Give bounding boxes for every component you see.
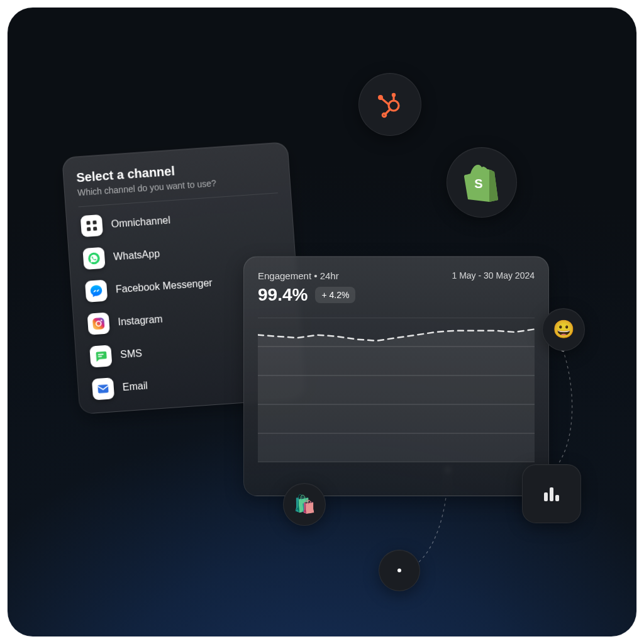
bar-chart-icon <box>539 481 564 506</box>
svg-point-25 <box>378 95 383 100</box>
hubspot-icon <box>375 89 405 119</box>
instagram-icon <box>87 312 110 335</box>
engagement-value: 99.4% <box>258 285 308 305</box>
shopping-bags-icon: 🛍️ <box>294 496 316 513</box>
channel-item-label: SMS <box>120 348 143 360</box>
smile-emoji: 😀 <box>553 321 575 338</box>
svg-point-24 <box>392 93 396 97</box>
svg-rect-4 <box>92 220 96 224</box>
svg-rect-30 <box>555 495 559 501</box>
whatsapp-icon <box>82 247 105 270</box>
svg-rect-3 <box>86 221 90 225</box>
channel-item-label: Email <box>122 380 148 393</box>
channel-item-omnichannel[interactable]: Omnichannel <box>79 201 280 238</box>
shopping-bags-bubble[interactable]: 🛍️ <box>283 483 326 526</box>
engagement-card: Engagement • 24hr 99.4% + 4.2% 1 May - 3… <box>243 256 549 496</box>
node-bubble <box>379 550 420 591</box>
messenger-icon <box>85 280 108 303</box>
engagement-date-range: 1 May - 30 May 2024 <box>452 270 535 280</box>
svg-text:S: S <box>474 177 482 191</box>
bar-chart-bubble[interactable] <box>522 464 581 523</box>
svg-point-31 <box>397 569 401 572</box>
svg-rect-29 <box>550 487 553 501</box>
channel-item-label: WhatsApp <box>113 248 160 263</box>
engagement-delta-badge: + 4.2% <box>315 287 355 303</box>
engagement-chart <box>258 318 535 462</box>
shopify-icon: S <box>464 163 499 202</box>
sms-icon <box>89 345 112 367</box>
hubspot-bubble[interactable] <box>358 73 421 136</box>
emoji-bubble[interactable]: 😀 <box>542 308 585 351</box>
grid-icon <box>80 214 103 237</box>
channel-item-label: Facebook Messenger <box>115 277 213 296</box>
channel-item-label: Instagram <box>118 314 163 328</box>
svg-rect-8 <box>92 318 105 330</box>
engagement-title: Engagement • 24hr <box>258 270 355 281</box>
svg-rect-6 <box>93 226 97 230</box>
channel-item-label: Omnichannel <box>111 214 170 230</box>
node-dot <box>396 567 402 574</box>
svg-rect-28 <box>544 492 548 501</box>
shopify-bubble[interactable]: S <box>447 147 517 218</box>
stage: Select a channel Which channel do you wa… <box>8 8 636 636</box>
svg-rect-5 <box>87 227 91 231</box>
email-icon <box>92 377 114 400</box>
